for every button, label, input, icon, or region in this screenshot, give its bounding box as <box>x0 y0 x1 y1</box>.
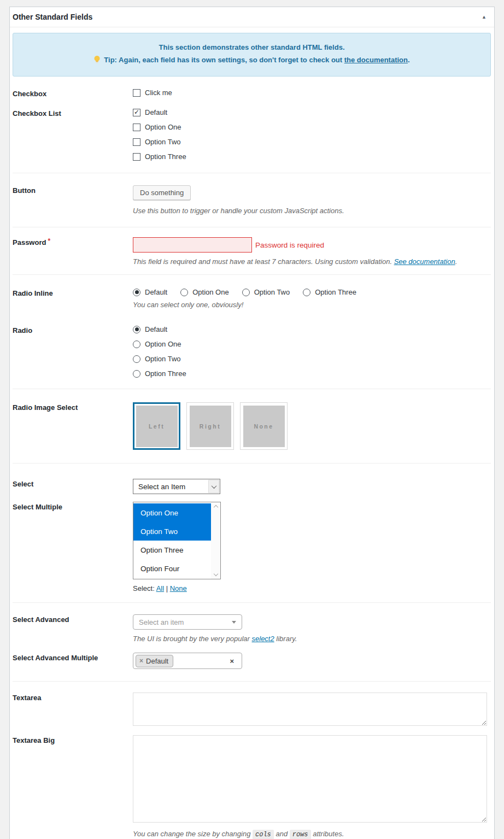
selected-tag-default: × Default <box>136 655 173 667</box>
textarea-size-note: You can change the size by changing cols… <box>133 830 491 838</box>
field-label: Radio <box>13 325 133 335</box>
radio-inline-option-two[interactable]: Option Two <box>242 288 290 296</box>
select2-desc-suffix: library. <box>274 635 297 643</box>
radio-default[interactable]: Default <box>133 325 491 333</box>
checkbox-checked-icon[interactable]: ✓ <box>133 109 140 116</box>
image-option-right[interactable]: Right <box>186 402 234 450</box>
tag-label: Default <box>146 657 168 665</box>
select2-dropdown[interactable]: Select an item <box>133 614 242 630</box>
select-current-value: Select an Item <box>138 483 185 491</box>
group-button: Button Do something Use this button to t… <box>13 173 491 227</box>
checkbox-list-item-default[interactable]: ✓ Default <box>133 108 491 116</box>
field-label: Textarea Big <box>13 735 133 744</box>
listbox-option-four[interactable]: Option Four <box>133 559 211 578</box>
placeholder-image: None <box>243 406 285 447</box>
checkbox-click-me[interactable]: Click me <box>133 89 491 97</box>
radio-option-label: Option Two <box>145 355 181 363</box>
radio-option-three[interactable]: Option Three <box>133 369 491 378</box>
password-input[interactable] <box>133 237 252 253</box>
select-multiple-footer: Select: All | None <box>133 584 491 592</box>
field-label: Select Advanced <box>13 614 133 624</box>
listbox-option-one[interactable]: Option One <box>133 503 211 522</box>
select2-multi-box[interactable]: × Default × <box>133 653 242 669</box>
field-label: Select <box>13 479 133 488</box>
radio-unselected-icon[interactable] <box>303 289 310 296</box>
field-radio: Radio Default Option One Option Two <box>13 325 491 378</box>
checkbox-unchecked-icon[interactable] <box>133 89 140 97</box>
checkbox-list-item-option-two[interactable]: Option Two <box>133 138 491 146</box>
field-textarea-big: Textarea Big You can change the size by … <box>13 735 491 838</box>
radio-option-label: Option Three <box>145 369 186 378</box>
checkbox-list-item-option-three[interactable]: Option Three <box>133 152 491 161</box>
checkbox-unchecked-icon[interactable] <box>133 138 140 146</box>
field-select: Select Select an Item <box>13 479 491 494</box>
scroll-down-icon[interactable] <box>213 572 218 576</box>
radio-unselected-icon[interactable] <box>133 370 140 378</box>
note-mid: and <box>274 830 290 838</box>
multi-select-listbox[interactable]: Option One Option Two Option Three Optio… <box>133 502 221 579</box>
radio-unselected-icon[interactable] <box>242 289 250 296</box>
field-label: Select Multiple <box>13 502 133 511</box>
radio-unselected-icon[interactable] <box>180 289 188 296</box>
field-label: Button <box>13 185 133 195</box>
password-desc-suffix: . <box>455 257 458 266</box>
password-description: This field is required and must have at … <box>133 257 491 266</box>
textarea-input[interactable] <box>133 693 487 726</box>
checkbox-option-label: Click me <box>145 89 172 97</box>
listbox-option-two[interactable]: Option Two <box>133 522 211 541</box>
group-radio-image: Radio Image Select Left Right None <box>13 389 491 463</box>
collapse-arrow-icon[interactable]: ▲ <box>482 15 487 20</box>
field-button: Button Do something Use this button to t… <box>13 185 491 215</box>
radio-selected-icon[interactable] <box>133 289 140 296</box>
select-all-link[interactable]: All <box>156 584 164 592</box>
checkbox-option-label: Option Three <box>145 152 186 161</box>
notice-line2: Tip: Again, each field has its own setti… <box>26 55 477 67</box>
select-footer-separator: | <box>164 584 170 592</box>
select-dropdown[interactable]: Select an Item <box>133 479 220 494</box>
scroll-up-icon[interactable] <box>213 505 218 509</box>
select2-link[interactable]: select2 <box>252 635 274 643</box>
image-option-left[interactable]: Left <box>133 402 180 450</box>
clear-selection-icon[interactable]: × <box>230 657 234 665</box>
select2-placeholder: Select an item <box>139 618 184 626</box>
radio-option-label: Default <box>145 325 167 333</box>
group-textareas: Textarea Textarea Big You can change the… <box>13 681 491 839</box>
field-password: Password* Password is required This fiel… <box>13 237 491 266</box>
documentation-link[interactable]: the documentation <box>344 56 408 64</box>
note-prefix: You can change the size by changing <box>133 830 253 838</box>
field-checkbox: Checkbox Click me <box>13 89 491 98</box>
panel-header[interactable]: Other Standard Fields ▲ <box>10 7 494 27</box>
radio-inline-description: You can select only one, obviously! <box>133 301 491 309</box>
button-description: Use this button to trigger or handle you… <box>133 207 491 215</box>
radio-unselected-icon[interactable] <box>133 341 140 348</box>
radio-option-label: Option Two <box>254 288 290 296</box>
radio-option-one[interactable]: Option One <box>133 340 491 348</box>
field-radio-image-select: Radio Image Select Left Right None <box>13 402 491 450</box>
group-selects: Select Select an Item Select Multiple Op… <box>13 463 491 602</box>
field-checkbox-list: Checkbox List ✓ Default Option One Optio… <box>13 108 491 161</box>
do-something-button[interactable]: Do something <box>133 185 191 200</box>
notice-line1: This section demonstrates other standard… <box>26 42 477 53</box>
radio-inline-option-three[interactable]: Option Three <box>303 288 356 296</box>
radio-selected-icon[interactable] <box>133 326 140 333</box>
remove-tag-icon[interactable]: × <box>139 657 143 665</box>
checkbox-list-item-option-one[interactable]: Option One <box>133 123 491 131</box>
checkbox-unchecked-icon[interactable] <box>133 153 140 161</box>
group-checkboxes: Checkbox Click me Checkbox List ✓ Defaul… <box>13 77 491 173</box>
textarea-big-input[interactable] <box>133 735 487 823</box>
listbox-option-three[interactable]: Option Three <box>133 541 211 559</box>
radio-inline-default[interactable]: Default <box>133 288 167 296</box>
radio-option-two[interactable]: Option Two <box>133 355 491 363</box>
radio-unselected-icon[interactable] <box>133 355 140 363</box>
field-select-multiple: Select Multiple Option One Option Two Op… <box>13 502 491 592</box>
select-none-link[interactable]: None <box>170 584 187 592</box>
image-option-none[interactable]: None <box>240 402 288 450</box>
radio-inline-option-one[interactable]: Option One <box>180 288 229 296</box>
radio-option-label: Option One <box>192 288 229 296</box>
listbox-scrollbar[interactable] <box>211 502 220 579</box>
dropdown-arrow-icon <box>232 621 236 624</box>
panel-body: This section demonstrates other standard… <box>10 33 494 839</box>
select-arrow-button[interactable] <box>208 480 219 493</box>
see-documentation-link[interactable]: See documentation <box>394 257 455 266</box>
checkbox-unchecked-icon[interactable] <box>133 124 140 131</box>
